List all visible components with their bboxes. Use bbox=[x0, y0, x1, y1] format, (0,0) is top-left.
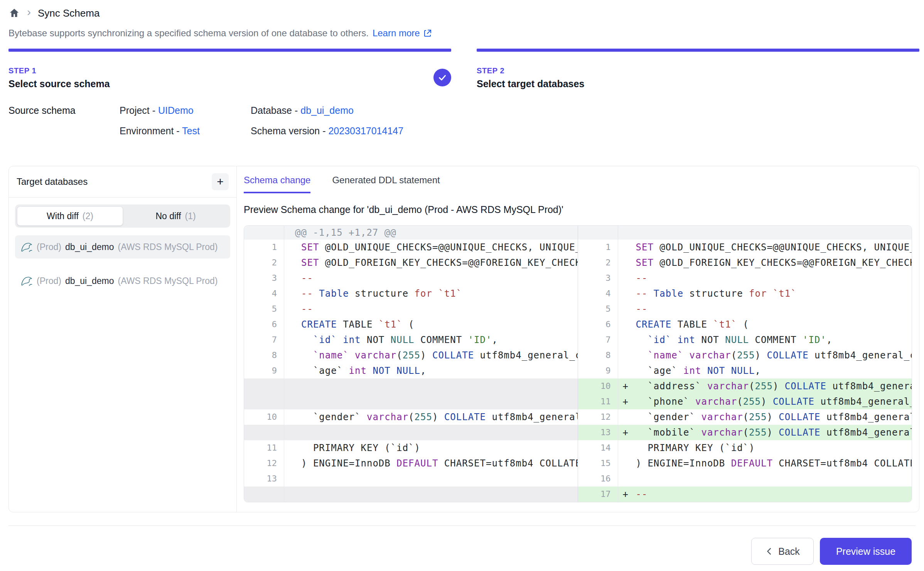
project-link[interactable]: UIDemo bbox=[158, 105, 194, 116]
line-number: 9 bbox=[578, 363, 618, 378]
diff-pane-target[interactable]: 1SET @OLD_UNIQUE_CHECKS=@@UNIQUE_CHECKS,… bbox=[578, 226, 912, 502]
code-line: `id` int NOT NULL COMMENT 'ID', bbox=[636, 332, 912, 348]
diff-row: 16 bbox=[578, 471, 912, 487]
tab-no-diff[interactable]: No diff(1) bbox=[123, 206, 228, 226]
code-line: -- bbox=[636, 270, 912, 286]
code-line: ) ENGINE=InnoDB DEFAULT CHARSET=utf8mb4 … bbox=[636, 456, 912, 471]
back-button[interactable]: Back bbox=[751, 538, 814, 565]
line-number bbox=[244, 378, 284, 394]
learn-more-link[interactable]: Learn more bbox=[373, 28, 432, 39]
line-number: 15 bbox=[578, 456, 618, 471]
code-line: SET @OLD_UNIQUE_CHECKS=@@UNIQUE_CHECKS, … bbox=[636, 240, 912, 255]
line-number: 1 bbox=[578, 240, 618, 255]
home-icon[interactable] bbox=[8, 7, 20, 19]
diff-row: 1SET @OLD_UNIQUE_CHECKS=@@UNIQUE_CHECKS,… bbox=[578, 240, 912, 255]
schema-version-link[interactable]: 20230317014147 bbox=[328, 125, 403, 136]
line-number: 7 bbox=[244, 332, 284, 348]
target-database-item[interactable]: (Prod)db_ui_demo(AWS RDS MySQL Prod) bbox=[15, 269, 230, 292]
step-1-progress-bar bbox=[8, 49, 451, 52]
code-line: -- Table structure for `t1` bbox=[636, 286, 912, 301]
schema-version-field: Schema version - 20230317014147 bbox=[251, 125, 403, 137]
step-2-label: STEP 2 bbox=[477, 66, 919, 75]
code-line: `id` int NOT NULL COMMENT 'ID', bbox=[284, 332, 578, 348]
line-number: 8 bbox=[578, 348, 618, 363]
add-target-database-button[interactable]: + bbox=[212, 173, 229, 190]
target-database-item[interactable]: (Prod)db_ui_demo(AWS RDS MySQL Prod) bbox=[15, 235, 230, 258]
database-field: Database - db_ui_demo bbox=[251, 105, 403, 116]
code-line: SET @OLD_FOREIGN_KEY_CHECKS=@@FOREIGN_KE… bbox=[284, 255, 578, 270]
code-line: `phone` varchar(255) COLLATE utf8mb4_gen… bbox=[636, 394, 912, 409]
diff-row: 13 bbox=[244, 471, 578, 487]
diff-row: 6CREATE TABLE `t1` ( bbox=[578, 317, 912, 332]
diff-marker bbox=[618, 471, 636, 487]
diff-row: 12) ENGINE=InnoDB DEFAULT CHARSET=utf8mb… bbox=[244, 456, 578, 471]
diff-pane-source[interactable]: @@ -1,15 +1,27 @@1SET @OLD_UNIQUE_CHECKS… bbox=[244, 226, 578, 502]
line-number bbox=[244, 487, 284, 502]
page-title: Sync Schema bbox=[38, 7, 99, 19]
tab-generated-ddl-statement[interactable]: Generated DDL statement bbox=[332, 175, 440, 193]
step-1-label: STEP 1 bbox=[8, 66, 451, 75]
diff-row: 9 `age` int NOT NULL, bbox=[578, 363, 912, 378]
diff-row: 4-- Table structure for `t1` bbox=[578, 286, 912, 301]
tab-schema-change[interactable]: Schema change bbox=[244, 175, 310, 193]
chevron-left-icon bbox=[765, 547, 774, 556]
diff-marker bbox=[618, 440, 636, 456]
line-number: 5 bbox=[578, 301, 618, 317]
page-description: Bytebase supports synchronizing a specif… bbox=[0, 20, 924, 39]
db-environment: (Prod) bbox=[37, 242, 61, 252]
code-line bbox=[636, 471, 912, 487]
project-field: Project - UIDemo bbox=[120, 105, 251, 116]
line-number: 6 bbox=[244, 317, 284, 332]
tab-with-diff[interactable]: With diff(2) bbox=[17, 206, 123, 226]
code-line: ) ENGINE=InnoDB DEFAULT CHARSET=utf8mb4 … bbox=[284, 456, 578, 471]
code-line: SET @OLD_FOREIGN_KEY_CHECKS=@@FOREIGN_KE… bbox=[636, 255, 912, 270]
diff-row: 2SET @OLD_FOREIGN_KEY_CHECKS=@@FOREIGN_K… bbox=[244, 255, 578, 270]
code-line bbox=[284, 425, 578, 440]
line-number: 5 bbox=[244, 301, 284, 317]
code-line: `name` varchar(255) COLLATE utf8mb4_gene… bbox=[284, 348, 578, 363]
line-number: 7 bbox=[578, 332, 618, 348]
diff-row: 8 `name` varchar(255) COLLATE utf8mb4_ge… bbox=[578, 348, 912, 363]
diff-hunk-header: @@ -1,15 +1,27 @@ bbox=[244, 226, 578, 240]
source-schema-fields: Project - UIDemo Database - db_ui_demo E… bbox=[120, 105, 403, 137]
db-name: db_ui_demo bbox=[65, 276, 114, 286]
code-line: `name` varchar(255) COLLATE utf8mb4_gene… bbox=[636, 348, 912, 363]
environment-field: Environment - Test bbox=[120, 125, 251, 137]
footer-actions: Back Preview issue bbox=[751, 538, 912, 565]
code-line: CREATE TABLE `t1` ( bbox=[284, 317, 578, 332]
line-number: 2 bbox=[244, 255, 284, 270]
diff-filler-row bbox=[244, 394, 578, 409]
step-2-title: Select target databases bbox=[477, 78, 919, 90]
diff-hunk-header bbox=[578, 226, 912, 240]
diff-marker bbox=[618, 363, 636, 378]
code-line bbox=[284, 394, 578, 409]
diff-row: 3-- bbox=[244, 270, 578, 286]
diff-marker bbox=[618, 348, 636, 363]
breadcrumb: › Sync Schema bbox=[0, 0, 924, 20]
line-number: 11 bbox=[578, 394, 618, 409]
line-number: 16 bbox=[578, 471, 618, 487]
diff-row: 15) ENGINE=InnoDB DEFAULT CHARSET=utf8mb… bbox=[578, 456, 912, 471]
diff-filler-row bbox=[244, 487, 578, 502]
diff-row: 3-- bbox=[578, 270, 912, 286]
diff-filter-tabs: With diff(2)No diff(1) bbox=[15, 204, 230, 228]
code-line: -- bbox=[636, 487, 912, 502]
breadcrumb-separator-icon: › bbox=[27, 6, 31, 20]
schema-diff-viewer: @@ -1,15 +1,27 @@1SET @OLD_UNIQUE_CHECKS… bbox=[244, 225, 912, 502]
line-number: 1 bbox=[244, 240, 284, 255]
diff-row: 8 `name` varchar(255) COLLATE utf8mb4_ge… bbox=[244, 348, 578, 363]
code-line bbox=[284, 487, 578, 502]
db-name: db_ui_demo bbox=[65, 242, 114, 252]
database-link[interactable]: db_ui_demo bbox=[300, 105, 354, 116]
description-text: Bytebase supports synchronizing a specif… bbox=[8, 28, 369, 39]
diff-row: 1SET @OLD_UNIQUE_CHECKS=@@UNIQUE_CHECKS,… bbox=[244, 240, 578, 255]
environment-link[interactable]: Test bbox=[182, 125, 200, 136]
line-number: 3 bbox=[578, 270, 618, 286]
diff-marker bbox=[618, 240, 636, 255]
target-database-list: (Prod)db_ui_demo(AWS RDS MySQL Prod)(Pro… bbox=[15, 235, 230, 292]
line-number: 2 bbox=[578, 255, 618, 270]
diff-row: 7 `id` int NOT NULL COMMENT 'ID', bbox=[578, 332, 912, 348]
diff-add-marker: + bbox=[618, 378, 636, 394]
preview-issue-button[interactable]: Preview issue bbox=[820, 538, 912, 565]
step-1-title: Select source schema bbox=[8, 78, 451, 90]
